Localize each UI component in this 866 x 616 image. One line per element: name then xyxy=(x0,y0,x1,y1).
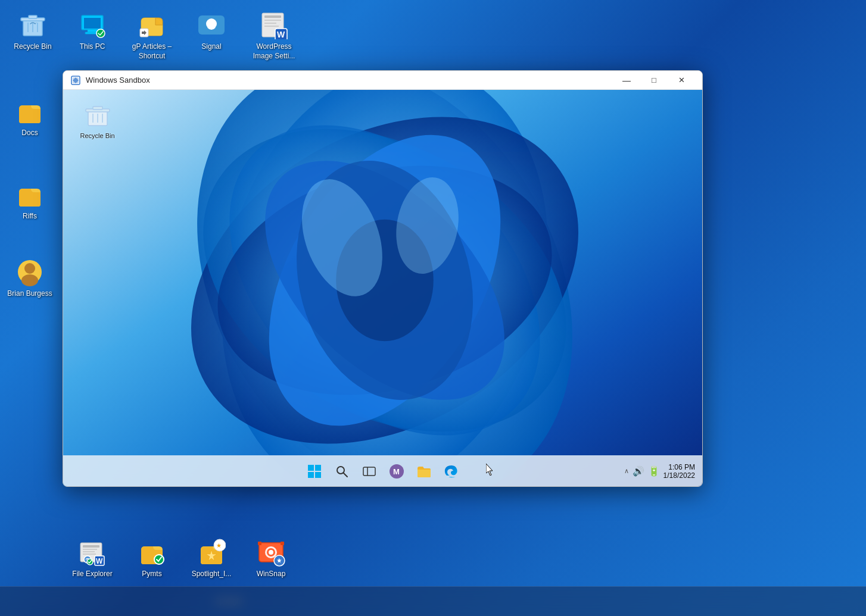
sandbox-window: Windows Sandbox — □ ✕ xyxy=(63,70,703,487)
bloom-decoration xyxy=(111,90,659,486)
brian-burgess-icon xyxy=(14,257,45,287)
desktop-icon-this-pc[interactable]: This PC xyxy=(66,6,119,54)
sandbox-edge-button[interactable] xyxy=(438,458,465,484)
desktop-icon-file-explorer[interactable]: W File Explorer xyxy=(66,533,119,581)
svg-rect-45 xyxy=(315,465,321,471)
svg-point-22 xyxy=(24,263,35,274)
pymts-icon xyxy=(136,537,167,568)
svg-rect-59 xyxy=(83,554,96,555)
sandbox-search-button[interactable] xyxy=(329,458,355,484)
sandbox-taskview-button[interactable] xyxy=(356,458,382,484)
recycle-bin-icon xyxy=(17,10,48,40)
svg-rect-15 xyxy=(264,15,281,18)
sandbox-taskbar: M xyxy=(63,455,702,486)
svg-point-71 xyxy=(269,550,273,555)
close-button[interactable]: ✕ xyxy=(668,71,695,90)
svg-rect-46 xyxy=(308,472,314,478)
svg-rect-73 xyxy=(281,542,284,545)
svg-rect-58 xyxy=(83,551,95,552)
svg-rect-2 xyxy=(29,15,37,18)
tray-battery[interactable]: 🔋 xyxy=(648,465,660,477)
this-pc-icon xyxy=(77,10,108,40)
sandbox-window-icon xyxy=(70,75,81,86)
window-controls: — □ ✕ xyxy=(613,71,695,90)
svg-rect-18 xyxy=(264,26,279,27)
desktop-icon-recycle-bin[interactable]: Recycle Bin xyxy=(6,6,60,54)
signal-label: Signal xyxy=(201,42,221,51)
svg-rect-72 xyxy=(258,542,261,545)
riffs-label: Riffs xyxy=(23,212,37,220)
svg-text:★: ★ xyxy=(216,542,222,549)
svg-line-49 xyxy=(343,473,347,477)
desktop-icon-signal[interactable]: Signal xyxy=(185,6,238,54)
gp-articles-label: gP Articles –Shortcut xyxy=(132,42,172,61)
svg-text:M: M xyxy=(393,467,400,476)
wordpress-icon: W xyxy=(258,10,289,40)
brian-burgess-label: Brian Burgess xyxy=(7,289,52,298)
desktop-icon-docs[interactable]: Docs xyxy=(3,92,57,140)
tray-chevron[interactable]: ∧ xyxy=(624,467,629,475)
taskbar-time: 1:06 PM xyxy=(663,463,695,471)
pymts-label: Pymts xyxy=(142,570,161,578)
desktop-icon-spotlight[interactable]: ★ Spotlight_I... xyxy=(185,533,238,581)
desktop-icon-riffs[interactable]: Riffs xyxy=(3,176,57,224)
maximize-button[interactable]: □ xyxy=(640,71,668,90)
desktop-icon-pymts[interactable]: Pymts xyxy=(125,533,179,581)
file-explorer-icon: W xyxy=(77,537,108,568)
sandbox-recycle-icon xyxy=(83,102,112,130)
docs-icon xyxy=(14,96,45,127)
desktop-icon-wordpress[interactable]: W WordPressImage Setti... xyxy=(244,6,304,64)
svg-rect-44 xyxy=(308,465,314,471)
winsnap-label: WinSnap xyxy=(257,570,286,578)
gp-articles-icon xyxy=(136,10,167,40)
sandbox-meet-button[interactable]: M xyxy=(384,458,410,484)
sandbox-system-tray: ∧ 🔊 🔋 1:06 PM 1/18/2022 xyxy=(624,463,695,480)
taskbar-datetime[interactable]: 1:06 PM 1/18/2022 xyxy=(663,463,695,480)
signal-icon xyxy=(196,10,227,40)
svg-text:W: W xyxy=(277,30,285,39)
sandbox-recycle-label: Recycle Bin xyxy=(80,132,114,139)
svg-rect-40 xyxy=(93,107,102,110)
svg-rect-56 xyxy=(83,545,99,548)
sandbox-recycle-bin[interactable]: Recycle Bin xyxy=(75,102,120,139)
window-content: Recycle Bin xyxy=(63,90,702,486)
desktop: Recycle Bin This PC xyxy=(0,0,866,616)
winsnap-icon xyxy=(256,537,286,568)
window-title: Windows Sandbox xyxy=(86,76,613,85)
this-pc-label: This PC xyxy=(80,42,105,51)
svg-rect-7 xyxy=(84,18,101,29)
riffs-icon xyxy=(14,179,45,210)
svg-rect-50 xyxy=(363,467,375,476)
wordpress-label: WordPressImage Setti... xyxy=(253,42,295,61)
window-titlebar: Windows Sandbox — □ ✕ xyxy=(63,71,702,90)
recycle-bin-label: Recycle Bin xyxy=(14,42,51,51)
spotlight-label: Spotlight_I... xyxy=(192,570,232,578)
svg-rect-57 xyxy=(83,549,97,550)
taskbar-date: 1/18/2022 xyxy=(663,471,695,480)
windows-logo-button[interactable] xyxy=(301,458,328,484)
svg-point-23 xyxy=(21,274,38,286)
svg-text:W: W xyxy=(96,557,103,565)
tray-volume[interactable]: 🔊 xyxy=(633,465,644,477)
win11-wallpaper: Recycle Bin xyxy=(63,90,702,486)
desktop-icon-brian-burgess[interactable]: Brian Burgess xyxy=(3,253,57,301)
outer-taskbar xyxy=(0,586,866,616)
minimize-button[interactable]: — xyxy=(613,71,640,90)
svg-rect-8 xyxy=(88,30,97,32)
svg-point-10 xyxy=(96,29,105,37)
svg-rect-17 xyxy=(264,23,276,24)
svg-rect-47 xyxy=(315,472,321,478)
spotlight-icon: ★ xyxy=(196,537,227,568)
svg-marker-54 xyxy=(486,464,493,476)
desktop-icon-gp-articles[interactable]: gP Articles –Shortcut xyxy=(125,6,179,64)
desktop-icon-winsnap[interactable]: WinSnap xyxy=(244,533,298,581)
docs-label: Docs xyxy=(21,129,38,137)
sandbox-file-explorer-button[interactable] xyxy=(411,458,437,484)
file-explorer-label: File Explorer xyxy=(72,570,112,578)
cursor xyxy=(486,464,493,476)
svg-rect-16 xyxy=(264,20,281,21)
sandbox-taskbar-center: M xyxy=(301,458,465,484)
